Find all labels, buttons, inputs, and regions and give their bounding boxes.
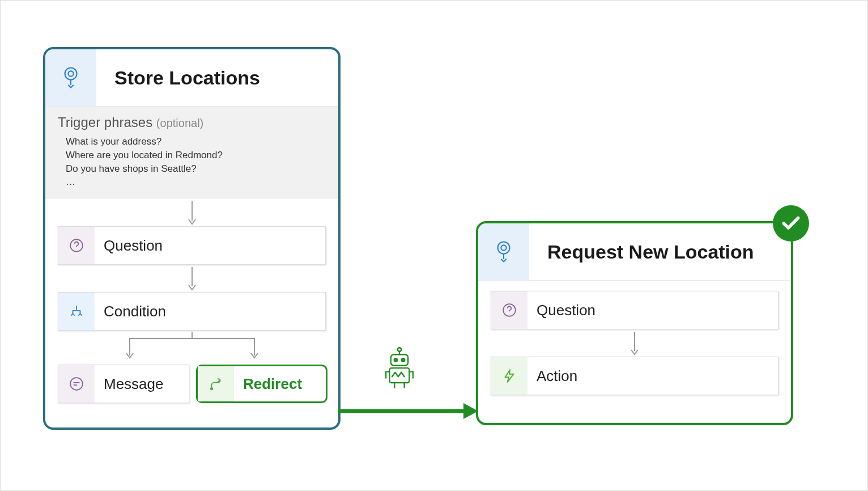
trigger-phrase: … <box>66 175 326 189</box>
node-label: Action <box>527 367 577 385</box>
question-icon <box>58 227 95 264</box>
svg-point-6 <box>210 388 212 390</box>
node-question[interactable]: Question <box>491 291 778 329</box>
trigger-phrase: What is your address? <box>66 135 326 149</box>
svg-point-8 <box>501 245 506 250</box>
bot-icon <box>380 346 419 389</box>
trigger-phrases-section: Trigger phrases (optional) What is your … <box>45 107 338 199</box>
svg-point-16 <box>402 358 405 361</box>
svg-point-15 <box>394 358 397 361</box>
trigger-label: Trigger phrases (optional) <box>58 115 326 130</box>
trigger-phrase: Do you have shops in Seattle? <box>66 162 326 176</box>
success-badge-icon <box>773 205 809 242</box>
arrow-down-icon <box>58 199 326 226</box>
arrow-down-icon <box>491 329 778 357</box>
message-icon <box>58 365 95 403</box>
flow-body: Question Condition <box>45 199 338 403</box>
node-redirect[interactable]: Redirect <box>196 365 327 403</box>
node-label: Question <box>95 237 163 255</box>
topic-card-request-new-location: Request New Location Question Action <box>476 221 793 425</box>
svg-point-5 <box>70 378 83 390</box>
redirect-arrow-icon <box>338 400 480 434</box>
node-label: Redirect <box>234 375 302 393</box>
svg-rect-14 <box>391 354 408 366</box>
trigger-phrase: Where are you located in Redmond? <box>66 149 326 162</box>
topic-header: Request New Location <box>478 223 791 281</box>
node-label: Message <box>95 375 164 393</box>
svg-point-7 <box>498 242 510 254</box>
arrow-down-icon <box>58 265 326 292</box>
action-icon <box>491 357 527 395</box>
flow-body: Question Action <box>478 281 791 405</box>
node-action[interactable]: Action <box>491 357 778 395</box>
condition-icon <box>58 293 95 330</box>
redirect-icon <box>198 366 234 401</box>
node-condition[interactable]: Condition <box>58 292 326 331</box>
question-icon <box>491 291 527 329</box>
topic-title: Store Locations <box>96 67 260 89</box>
trigger-icon <box>478 223 529 280</box>
node-message[interactable]: Message <box>58 365 189 403</box>
trigger-phrase-list: What is your address? Where are you loca… <box>58 130 326 189</box>
branch-row: Message Redirect <box>58 365 326 403</box>
topic-header: Store Locations <box>45 49 338 107</box>
trigger-icon <box>45 49 96 106</box>
branch-connector-icon <box>58 331 326 365</box>
topic-card-store-locations: Store Locations Trigger phrases (optiona… <box>43 47 341 430</box>
topic-title: Request New Location <box>529 241 754 263</box>
svg-point-0 <box>65 68 77 80</box>
svg-point-1 <box>68 71 73 76</box>
node-label: Question <box>527 302 595 319</box>
node-question[interactable]: Question <box>58 226 326 265</box>
node-label: Condition <box>95 303 166 320</box>
